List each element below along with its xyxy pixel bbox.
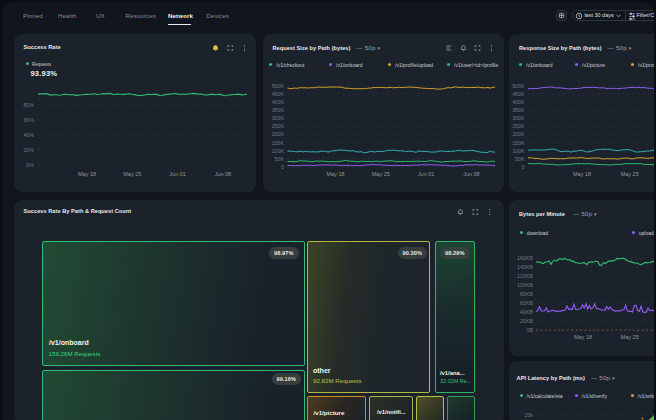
svg-text:450K: 450K [512, 91, 525, 97]
svg-text:Jun 08: Jun 08 [463, 171, 480, 177]
svg-text:300K: 300K [271, 115, 284, 121]
svg-text:450K: 450K [271, 91, 284, 97]
svg-text:May 25: May 25 [621, 171, 639, 177]
svg-text:0%: 0% [26, 162, 34, 168]
svg-text:80%: 80% [23, 102, 34, 108]
svg-text:0: 0 [281, 164, 284, 170]
svg-text:100KB: 100KB [517, 282, 533, 288]
svg-text:20s: 20s [524, 412, 533, 418]
svg-text:400K: 400K [512, 99, 525, 105]
svg-text:40%: 40% [23, 132, 34, 138]
svg-text:250K: 250K [512, 123, 525, 129]
svg-text:May 25: May 25 [621, 334, 639, 340]
svg-text:0B: 0B [527, 327, 534, 333]
svg-text:Jun 08: Jun 08 [215, 171, 232, 177]
svg-text:60KB: 60KB [520, 300, 533, 306]
svg-text:80KB: 80KB [520, 291, 533, 297]
svg-text:Jun 01: Jun 01 [417, 171, 434, 177]
svg-text:400K: 400K [271, 99, 284, 105]
svg-text:20KB: 20KB [520, 318, 533, 324]
svg-text:500K: 500K [271, 83, 284, 89]
svg-text:May 25: May 25 [123, 171, 141, 177]
svg-text:May 18: May 18 [574, 334, 592, 340]
svg-text:140KB: 140KB [517, 264, 533, 270]
svg-text:150K: 150K [271, 140, 284, 146]
svg-text:500K: 500K [512, 83, 525, 89]
svg-text:Jun 01: Jun 01 [169, 171, 186, 177]
svg-text:100K: 100K [271, 148, 284, 154]
svg-text:350K: 350K [512, 107, 525, 113]
svg-text:200K: 200K [271, 131, 284, 137]
svg-text:May 18: May 18 [78, 171, 96, 177]
svg-text:50K: 50K [515, 156, 525, 162]
svg-text:150K: 150K [512, 140, 525, 146]
svg-text:300K: 300K [512, 115, 525, 121]
svg-text:160KB: 160KB [517, 255, 533, 261]
svg-text:100K: 100K [512, 148, 525, 154]
svg-text:May 18: May 18 [326, 171, 344, 177]
svg-text:May 25: May 25 [371, 171, 389, 177]
svg-text:0: 0 [522, 164, 525, 170]
svg-text:20%: 20% [23, 147, 34, 153]
svg-text:120KB: 120KB [517, 273, 533, 279]
svg-text:250K: 250K [271, 123, 284, 129]
svg-text:60%: 60% [23, 117, 34, 123]
svg-text:350K: 350K [271, 107, 284, 113]
svg-text:40KB: 40KB [520, 309, 533, 315]
svg-text:200K: 200K [512, 131, 525, 137]
svg-text:May 18: May 18 [573, 171, 591, 177]
svg-text:50K: 50K [274, 156, 284, 162]
